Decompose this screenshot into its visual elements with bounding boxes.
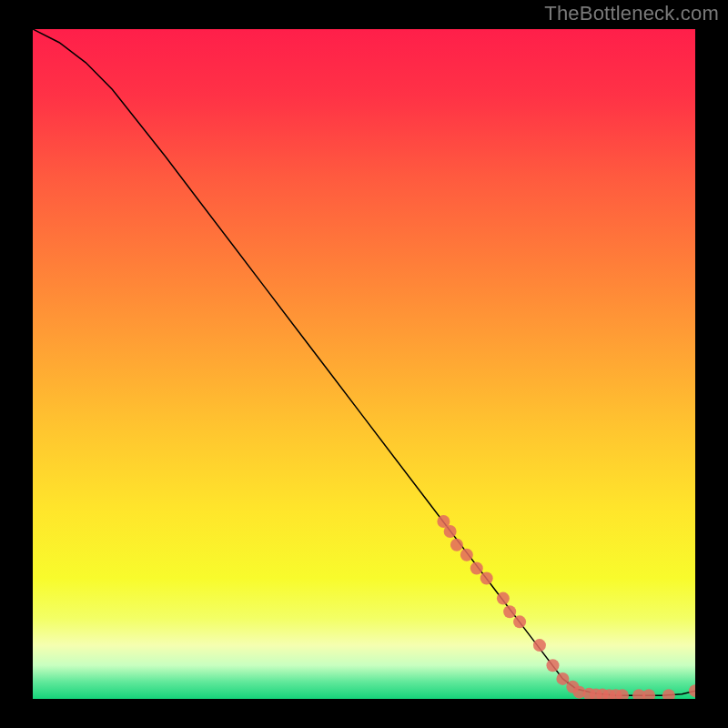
scatter-point bbox=[497, 592, 510, 605]
scatter-point bbox=[533, 639, 546, 652]
scatter-point bbox=[480, 572, 493, 585]
watermark-label: TheBottleneck.com bbox=[544, 2, 719, 25]
scatter-point bbox=[503, 605, 516, 618]
scatter-point bbox=[556, 672, 569, 685]
scatter-point bbox=[513, 615, 526, 628]
chart-frame: TheBottleneck.com bbox=[0, 0, 728, 728]
scatter-point bbox=[470, 561, 483, 574]
plot-area bbox=[33, 29, 695, 699]
scatter-point bbox=[444, 525, 457, 538]
scatter-point bbox=[450, 539, 463, 551]
gradient-background bbox=[33, 29, 695, 699]
scatter-point bbox=[546, 659, 559, 672]
chart-svg bbox=[33, 29, 695, 699]
scatter-point bbox=[460, 549, 473, 561]
